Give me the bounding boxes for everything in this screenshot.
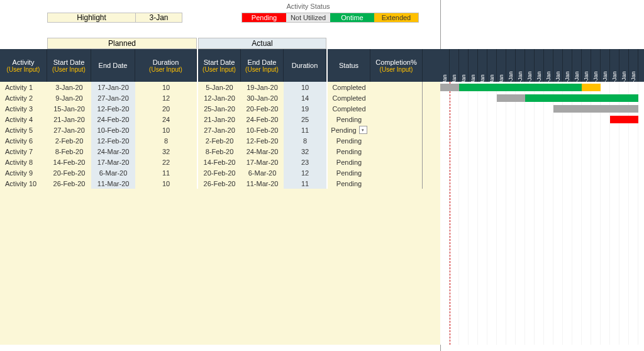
cell[interactable]: 32 [284,146,326,157]
cell[interactable]: Activity 3 [0,103,47,114]
cell[interactable]: 17-Jan-20 [91,82,135,92]
cell[interactable]: 8-Feb-20 [47,146,91,157]
gantt-bar[interactable] [610,116,638,123]
cell[interactable]: 24-Mar-20 [241,146,284,157]
cell[interactable]: 24-Feb-20 [91,114,135,125]
cell[interactable] [370,82,423,92]
cell[interactable]: 11-Mar-20 [91,178,135,189]
cell[interactable]: Pending [328,146,370,157]
cell[interactable]: 24-Mar-20 [91,146,135,157]
gantt-bar[interactable] [459,84,582,91]
cell[interactable]: 8 [284,135,326,146]
cell[interactable]: 19-Jan-20 [241,82,284,92]
cell[interactable]: 32 [135,146,197,157]
cell[interactable]: Activity 10 [0,178,47,189]
cell[interactable]: 12-Feb-20 [241,135,284,146]
gantt-bar[interactable] [497,94,525,102]
cell[interactable]: 27-Jan-20 [91,92,135,103]
cell[interactable]: 14 [284,92,326,103]
cell[interactable] [370,146,423,157]
cell[interactable]: 12-Jan-20 [198,92,241,103]
cell[interactable]: Activity 6 [0,135,47,146]
cell[interactable]: 3-Jan-20 [47,82,91,92]
cell[interactable]: Activity 5 [0,125,47,135]
cell[interactable]: 10-Feb-20 [91,125,135,135]
cell[interactable]: 20-Feb-20 [198,167,241,178]
cell[interactable]: 27-Jan-20 [47,125,91,135]
cell[interactable]: 12 [284,167,326,178]
category-planned: Planned [47,38,197,49]
cell[interactable] [370,135,423,146]
cell[interactable]: 15-Jan-20 [47,103,91,114]
cell[interactable] [370,157,423,167]
cell[interactable]: 6-Mar-20 [91,167,135,178]
highlight-date-cell[interactable]: 3-Jan [136,13,182,22]
cell[interactable]: Pending [328,178,370,189]
cell[interactable] [370,92,423,103]
cell[interactable]: 14-Feb-20 [47,157,91,167]
cell[interactable]: 10 [135,178,197,189]
cell[interactable]: 20 [135,103,197,114]
cell[interactable]: 11 [284,125,326,135]
cell[interactable]: 20-Feb-20 [241,103,284,114]
cell[interactable]: Activity 9 [0,167,47,178]
cell[interactable]: 26-Feb-20 [47,178,91,189]
cell[interactable]: 9-Jan-20 [47,92,91,103]
cell[interactable]: 24-Feb-20 [241,114,284,125]
cell[interactable]: 17-Mar-20 [91,157,135,167]
gantt-bar[interactable] [440,84,459,91]
cell[interactable]: Activity 2 [0,92,47,103]
cell[interactable]: 17-Mar-20 [241,157,284,167]
cell[interactable] [370,178,423,189]
cell[interactable]: 2-Feb-20 [198,135,241,146]
cell[interactable]: 11 [284,178,326,189]
cell[interactable] [370,167,423,178]
cell[interactable]: 10 [135,125,197,135]
cell[interactable] [370,103,423,114]
cell[interactable] [370,114,423,125]
cell[interactable]: 11-Mar-20 [241,178,284,189]
cell[interactable] [370,125,423,135]
cell[interactable]: 12-Feb-20 [91,135,135,146]
gantt-bar[interactable] [553,105,638,113]
cell[interactable]: Completed [328,92,370,103]
cell[interactable]: 26-Feb-20 [198,178,241,189]
gantt-bar[interactable] [525,94,638,102]
cell[interactable]: 21-Jan-20 [198,114,241,125]
cell[interactable]: 10 [135,82,197,92]
cell[interactable]: Pending [328,167,370,178]
cell[interactable]: 23 [284,157,326,167]
cell[interactable]: 2-Feb-20 [47,135,91,146]
cell[interactable]: Pending▾ [328,125,370,135]
cell[interactable]: 10-Feb-20 [241,125,284,135]
cell[interactable]: 12 [135,92,197,103]
cell[interactable]: 22 [135,157,197,167]
cell[interactable]: 6-Mar-20 [241,167,284,178]
cell[interactable]: 8-Feb-20 [198,146,241,157]
status-dropdown-button[interactable]: ▾ [359,126,367,134]
cell[interactable]: Activity 1 [0,82,47,92]
cell[interactable]: Completed [328,82,370,92]
cell[interactable]: 8 [135,135,197,146]
cell[interactable]: 11 [135,167,197,178]
cell[interactable]: 24 [135,114,197,125]
cell[interactable]: 25 [284,114,326,125]
cell[interactable]: 14-Feb-20 [198,157,241,167]
cell[interactable]: Activity 4 [0,114,47,125]
cell[interactable]: 20-Feb-20 [47,167,91,178]
cell[interactable]: Activity 8 [0,157,47,167]
cell[interactable]: 10 [284,82,326,92]
cell[interactable]: 25-Jan-20 [198,103,241,114]
cell[interactable]: Activity 7 [0,146,47,157]
cell[interactable]: 12-Feb-20 [91,103,135,114]
cell[interactable]: Pending [328,114,370,125]
cell[interactable]: 27-Jan-20 [198,125,241,135]
gantt-bar[interactable] [582,84,601,91]
cell[interactable]: Completed [328,103,370,114]
cell[interactable]: 30-Jan-20 [241,92,284,103]
cell[interactable]: Pending [328,135,370,146]
cell[interactable]: 5-Jan-20 [198,82,241,92]
cell[interactable]: 19 [284,103,326,114]
cell[interactable]: 21-Jan-20 [47,114,91,125]
cell[interactable]: Pending [328,157,370,167]
